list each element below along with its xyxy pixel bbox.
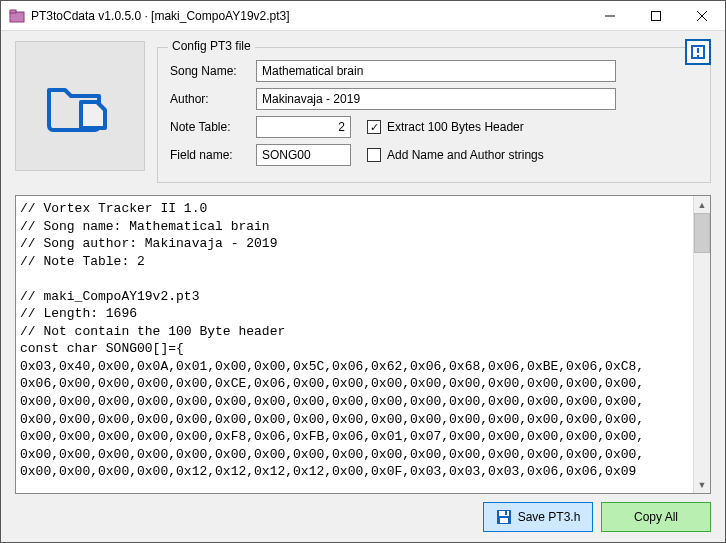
scrollbar[interactable]: ▲ ▼ <box>693 196 710 493</box>
scroll-thumb[interactable] <box>694 213 710 253</box>
save-button[interactable]: Save PT3.h <box>483 502 593 532</box>
note-table-label: Note Table: <box>170 120 250 134</box>
window-controls <box>587 1 725 30</box>
svg-rect-3 <box>652 11 661 20</box>
copy-all-button[interactable]: Copy All <box>601 502 711 532</box>
fieldset-legend: Config PT3 file <box>168 39 255 53</box>
close-button[interactable] <box>679 1 725 30</box>
author-input[interactable] <box>256 88 616 110</box>
svg-point-8 <box>697 55 699 57</box>
copy-button-label: Copy All <box>634 510 678 524</box>
folder-file-icon <box>45 76 115 136</box>
scroll-up-arrow[interactable]: ▲ <box>694 196 710 213</box>
field-name-input[interactable] <box>256 144 351 166</box>
svg-rect-11 <box>500 518 508 523</box>
scroll-down-arrow[interactable]: ▼ <box>694 476 710 493</box>
titlebar: PT3toCdata v1.0.5.0 · [maki_CompoAY19v2.… <box>1 1 725 31</box>
code-text[interactable]: // Vortex Tracker II 1.0 // Song name: M… <box>16 196 710 485</box>
open-file-button[interactable] <box>15 41 145 171</box>
song-name-label: Song Name: <box>170 64 250 78</box>
svg-rect-1 <box>10 10 16 13</box>
info-button[interactable] <box>685 39 711 65</box>
minimize-button[interactable] <box>587 1 633 30</box>
field-name-label: Field name: <box>170 148 250 162</box>
author-label: Author: <box>170 92 250 106</box>
add-name-author-label: Add Name and Author strings <box>387 148 544 162</box>
note-table-input[interactable] <box>256 116 351 138</box>
song-name-input[interactable] <box>256 60 616 82</box>
svg-rect-12 <box>505 511 507 515</box>
config-fieldset: Config PT3 file Song Name: Author: Note … <box>157 47 711 183</box>
extract-header-label: Extract 100 Bytes Header <box>387 120 524 134</box>
app-icon <box>9 8 25 24</box>
extract-header-checkbox[interactable]: ✓ <box>367 120 381 134</box>
save-button-label: Save PT3.h <box>518 510 581 524</box>
info-icon <box>691 45 705 59</box>
code-output: // Vortex Tracker II 1.0 // Song name: M… <box>15 195 711 494</box>
window-title: PT3toCdata v1.0.5.0 · [maki_CompoAY19v2.… <box>31 9 587 23</box>
svg-rect-10 <box>499 511 509 516</box>
save-icon <box>496 509 512 525</box>
maximize-button[interactable] <box>633 1 679 30</box>
add-name-author-checkbox[interactable] <box>367 148 381 162</box>
content-area: Config PT3 file Song Name: Author: Note … <box>1 31 725 542</box>
